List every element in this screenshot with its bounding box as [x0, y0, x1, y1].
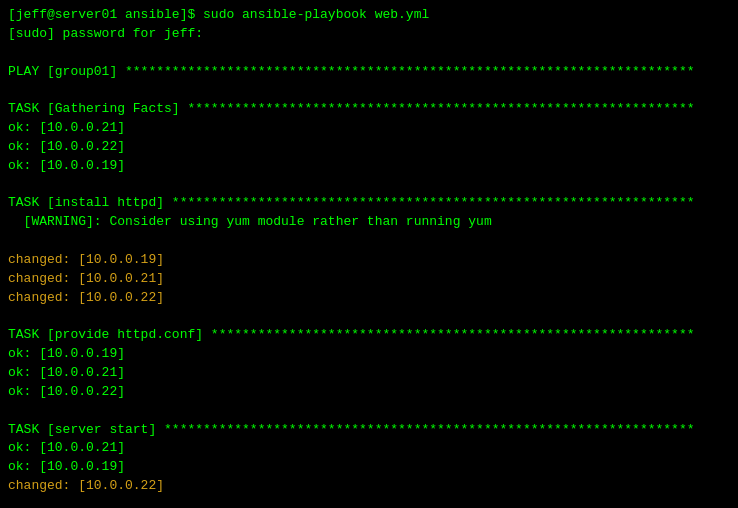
task-httpd-line: TASK [install httpd] *******************…: [8, 194, 730, 213]
changed-httpd-2: changed: [10.0.0.21]: [8, 270, 730, 289]
command-line: [jeff@server01 ansible]$ sudo ansible-pl…: [8, 6, 730, 25]
blank-7: [8, 496, 730, 508]
changed-httpd-1: changed: [10.0.0.19]: [8, 251, 730, 270]
ok-start-2: ok: [10.0.0.19]: [8, 458, 730, 477]
ok-conf-3: ok: [10.0.0.22]: [8, 383, 730, 402]
blank-1: [8, 44, 730, 63]
ok-conf-2: ok: [10.0.0.21]: [8, 364, 730, 383]
ok-start-1: ok: [10.0.0.21]: [8, 439, 730, 458]
task-conf-line: TASK [provide httpd.conf] **************…: [8, 326, 730, 345]
play-header-line: PLAY [group01] *************************…: [8, 63, 730, 82]
blank-6: [8, 402, 730, 421]
changed-start-1: changed: [10.0.0.22]: [8, 477, 730, 496]
blank-2: [8, 81, 730, 100]
warning-line: [WARNING]: Consider using yum module rat…: [8, 213, 730, 232]
blank-4: [8, 232, 730, 251]
ok-gather-3: ok: [10.0.0.19]: [8, 157, 730, 176]
task-gather-line: TASK [Gathering Facts] *****************…: [8, 100, 730, 119]
ok-gather-2: ok: [10.0.0.22]: [8, 138, 730, 157]
terminal-window: [jeff@server01 ansible]$ sudo ansible-pl…: [0, 0, 738, 508]
blank-3: [8, 176, 730, 195]
ok-gather-1: ok: [10.0.0.21]: [8, 119, 730, 138]
changed-httpd-3: changed: [10.0.0.22]: [8, 289, 730, 308]
sudo-prompt-line: [sudo] password for jeff:: [8, 25, 730, 44]
task-start-line: TASK [server start] ********************…: [8, 421, 730, 440]
blank-5: [8, 308, 730, 327]
ok-conf-1: ok: [10.0.0.19]: [8, 345, 730, 364]
